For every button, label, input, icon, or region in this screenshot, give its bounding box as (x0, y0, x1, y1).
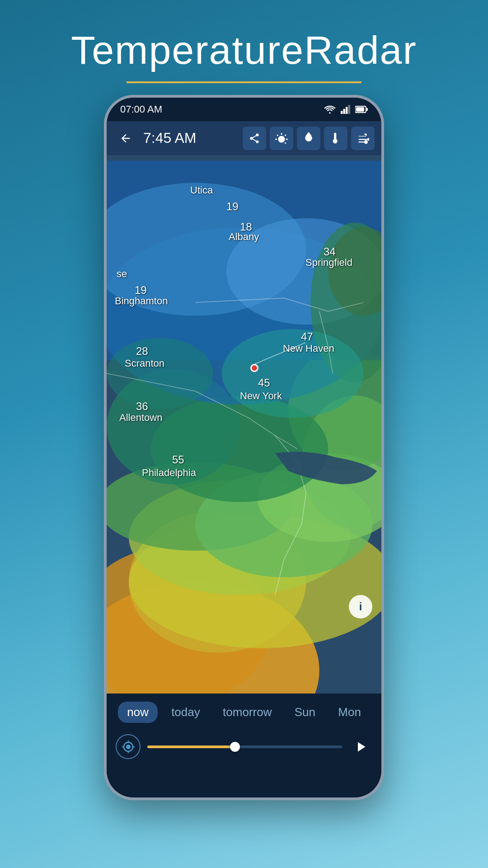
app-title: TemperatureRadar (0, 27, 488, 73)
svg-point-26 (222, 329, 364, 418)
share-button[interactable] (243, 127, 266, 150)
svg-rect-3 (348, 105, 350, 114)
bottom-controls: now today tomorrow Sun Mon (107, 693, 381, 797)
app-header: 7:45 AM (107, 121, 381, 155)
title-underline (127, 81, 361, 83)
progress-track[interactable] (147, 745, 342, 748)
phone-frame: 07:00 AM (104, 95, 384, 800)
svg-point-27 (107, 338, 213, 409)
progress-thumb (230, 742, 240, 752)
weather-button[interactable] (270, 127, 293, 150)
app-title-section: TemperatureRadar (0, 0, 488, 92)
svg-rect-1 (343, 109, 345, 114)
phone-screen: 07:00 AM (107, 98, 381, 797)
rain-button[interactable] (297, 127, 320, 150)
header-time: 7:45 AM (143, 130, 237, 146)
svg-rect-5 (366, 108, 368, 111)
play-button[interactable] (349, 735, 372, 759)
tab-today[interactable]: today (162, 702, 209, 723)
svg-rect-2 (346, 107, 347, 114)
header-icon-group (243, 127, 375, 150)
tab-tomorrow[interactable]: tomorrow (214, 702, 281, 723)
wifi-icon (324, 105, 336, 114)
status-bar: 07:00 AM (107, 98, 381, 121)
wind-icon (357, 132, 369, 144)
svg-rect-0 (341, 111, 343, 114)
play-icon (352, 739, 369, 755)
tab-mon[interactable]: Mon (329, 702, 370, 723)
rain-icon (304, 132, 314, 145)
status-time: 07:00 AM (120, 104, 162, 115)
location-pin (250, 364, 258, 372)
temperature-map (107, 155, 381, 729)
thermometer-button[interactable] (324, 127, 347, 150)
svg-rect-6 (356, 107, 364, 112)
thermometer-icon (332, 132, 340, 145)
location-button[interactable] (116, 734, 141, 759)
signal-icon (341, 105, 351, 114)
back-button[interactable] (113, 126, 138, 151)
location-icon (122, 740, 135, 754)
tab-bar: now today tomorrow Sun Mon (107, 693, 381, 727)
info-button[interactable]: i (349, 595, 372, 618)
timeline-bar (107, 727, 381, 766)
tab-sun[interactable]: Sun (286, 702, 324, 723)
map-area[interactable]: Utica 19 18 Albany 34 Springfield se 19 … (107, 155, 381, 729)
status-icons (324, 105, 368, 114)
battery-icon (355, 105, 368, 113)
progress-fill (147, 745, 235, 748)
tab-now[interactable]: now (118, 702, 158, 723)
wind-button[interactable] (351, 127, 375, 150)
share-icon (249, 132, 260, 144)
partly-cloudy-icon (275, 132, 288, 144)
